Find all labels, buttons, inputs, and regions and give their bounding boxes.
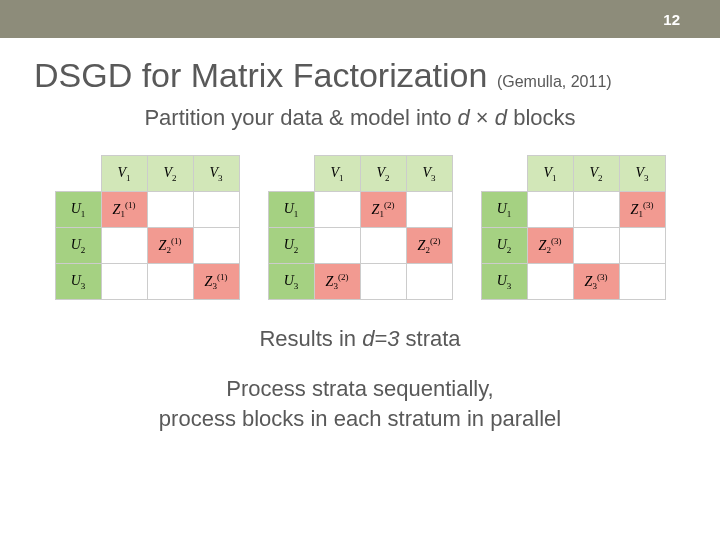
stratum-table-1: V1 V2 V3 U1 Z1(1) U2 Z2(1) U3 Z3(1) <box>55 155 240 300</box>
z-cell: Z1(1) <box>101 192 147 228</box>
page-number: 12 <box>663 11 680 28</box>
z-cell: Z1(3) <box>619 192 665 228</box>
z-cell: Z2(1) <box>147 228 193 264</box>
stratum-table-2: V1 V2 V3 U1 Z1(2) U2 Z2(2) U3 Z3(2) <box>268 155 453 300</box>
z-cell: Z2(2) <box>406 228 452 264</box>
stratum-table-3: V1 V2 V3 U1 Z1(3) U2 Z2(3) U3 Z3(3) <box>481 155 666 300</box>
z-cell: Z2(3) <box>527 228 573 264</box>
z-cell: Z1(2) <box>360 192 406 228</box>
title-main: DSGD for Matrix Factorization <box>34 56 487 94</box>
results-text: Results in d=3 strata <box>0 326 720 352</box>
strata-diagrams: V1 V2 V3 U1 Z1(1) U2 Z2(1) U3 Z3(1) V1 V… <box>0 155 720 300</box>
z-cell: Z3(3) <box>573 264 619 300</box>
subtitle: Partition your data & model into d × d b… <box>0 105 720 131</box>
z-cell: Z3(2) <box>314 264 360 300</box>
slide-header: 12 <box>0 0 720 38</box>
slide-title: DSGD for Matrix Factorization (Gemulla, … <box>34 56 720 95</box>
process-text: Process strata sequentially, process blo… <box>0 374 720 433</box>
z-cell: Z3(1) <box>193 264 239 300</box>
title-citation: (Gemulla, 2011) <box>497 73 612 90</box>
